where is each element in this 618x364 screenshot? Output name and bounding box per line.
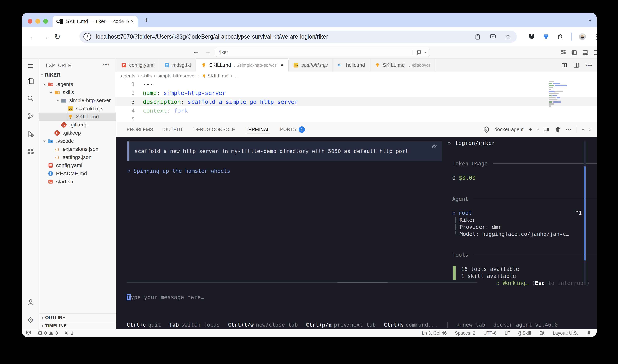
sidebar-section-timeline[interactable]: › TIMELINE [39, 322, 116, 330]
tab-close-icon[interactable]: × [131, 18, 134, 25]
tree-item--agents[interactable]: ›.agents [39, 80, 116, 88]
tree-item-config-yaml[interactable]: config.yaml [39, 161, 116, 169]
panel-tab-debug-console[interactable]: DEBUG CONSOLE [193, 124, 235, 135]
traffic-close-button[interactable] [28, 19, 32, 24]
indentation[interactable]: Spaces: 2 [455, 330, 475, 336]
install-app-icon[interactable] [489, 33, 496, 40]
terminal-view[interactable]: scaffold a new http server in my-little-… [116, 137, 597, 329]
maximize-panel-chevron-icon[interactable]: › [580, 129, 586, 130]
panel-tab-terminal[interactable]: TERMINAL [246, 124, 270, 135]
open-changes-icon[interactable] [561, 62, 567, 68]
back-button[interactable]: ← [29, 33, 36, 41]
editor-tab-skill-md[interactable]: SKILL.md…/simple-http-server× [196, 59, 289, 72]
editor-more-actions-icon[interactable]: ••• [586, 62, 592, 68]
kill-terminal-trash-icon[interactable] [555, 127, 561, 133]
tree-item-skill-md[interactable]: SKILL.md [39, 113, 116, 121]
command-center-search[interactable]: riker › [215, 48, 430, 57]
site-info-icon[interactable]: i [83, 33, 91, 40]
tree-item--gitkeep[interactable]: .gitkeep [39, 121, 116, 129]
tree-item-skills[interactable]: ›skills [39, 88, 116, 96]
profile-avatar[interactable] [579, 33, 586, 40]
menu-hamburger-icon[interactable] [27, 62, 35, 70]
customize-layout-icon[interactable] [560, 49, 567, 56]
reload-button[interactable]: ↻ [54, 32, 61, 41]
tree-item-settings-json[interactable]: {}settings.json [39, 153, 116, 161]
editor-tab-skill-md[interactable]: SKILL.md…/discover [370, 59, 435, 72]
search-icon[interactable] [27, 94, 35, 103]
breadcrumb-item[interactable]: SKILL.md [202, 73, 229, 79]
new-terminal-icon[interactable]: + [528, 126, 532, 133]
clipboard-icon[interactable] [474, 33, 481, 40]
workspace-root-row[interactable]: › RIKER [41, 72, 60, 78]
tab-overflow-chevron-icon[interactable]: › [587, 20, 594, 22]
code-line-2[interactable]: 2name: simple-http-server [116, 89, 597, 97]
remote-indicator-icon[interactable] [26, 330, 31, 336]
code-line-1[interactable]: 1--- [116, 80, 597, 89]
command-center-chevron-icon[interactable]: › [423, 52, 428, 53]
message-input[interactable]: Type your message here… [127, 294, 204, 300]
toggle-panel-icon[interactable] [582, 49, 589, 56]
terminal-scrollbar-thumb[interactable] [584, 166, 586, 260]
browser-menu-kebab-icon[interactable]: ⋮ [593, 33, 597, 40]
toggle-secondary-sidebar-icon[interactable] [593, 49, 597, 56]
tree-item-readme-md[interactable]: README.md [39, 169, 116, 178]
tree-item-scaffold-mjs[interactable]: JSscaffold.mjs [39, 104, 116, 113]
panel-more-actions-icon[interactable]: ••• [566, 127, 572, 132]
editor-tab-scaffold-mjs[interactable]: JSscaffold.mjs [288, 59, 333, 72]
cursor-position[interactable]: Ln 3, Col 46 [422, 330, 447, 336]
octoface-icon[interactable] [539, 330, 545, 336]
minimap[interactable] [549, 81, 589, 107]
toggle-primary-sidebar-icon[interactable] [571, 49, 578, 56]
editor-tab-hello-md[interactable]: M↓hello.md [333, 59, 370, 72]
notifications-bell-icon[interactable] [586, 330, 592, 336]
forward-button[interactable]: → [41, 33, 49, 41]
source-control-icon[interactable] [27, 112, 35, 120]
encoding[interactable]: UTF-8 [483, 330, 496, 336]
address-bar[interactable]: i localhost:7070/?folder=/Users/k33g/Cod… [79, 31, 517, 43]
run-debug-icon[interactable] [27, 130, 35, 138]
breadcrumb-item[interactable]: simple-http-server [158, 73, 196, 79]
bookmark-star-icon[interactable]: ☆ [504, 33, 512, 40]
account-icon[interactable] [27, 298, 35, 306]
ports-status[interactable]: 1 [64, 330, 73, 336]
editor-back-icon[interactable]: ← [193, 48, 200, 55]
split-terminal-icon[interactable] [544, 127, 550, 133]
settings-gear-icon[interactable]: ⚙ [27, 316, 35, 324]
editor-forward-icon[interactable]: → [204, 48, 211, 55]
tree-item--vscode[interactable]: ›.vscode [39, 137, 116, 145]
keyboard-layout[interactable]: Layout: U.S. [553, 330, 578, 336]
close-panel-icon[interactable]: × [588, 126, 592, 133]
browser-tab[interactable]: C SKILL.md — riker — code-ser × [53, 16, 137, 27]
editor-tab-mdsg-txt[interactable]: mdsg.txt [160, 59, 196, 72]
traffic-minimize-button[interactable] [35, 19, 40, 24]
traffic-zoom-button[interactable] [43, 19, 48, 24]
explorer-actions-icon[interactable]: ••• [102, 61, 110, 68]
tree-item--gitkeep[interactable]: .gitkeep [39, 129, 116, 137]
code-line-3[interactable]: 3description: scaffold a simple go http … [116, 97, 597, 106]
breadcrumb-item[interactable]: skills [141, 73, 151, 79]
panel-tab-problems[interactable]: PROBLEMS [127, 124, 153, 135]
tree-item-simple-http-server[interactable]: ›simple-http-server [39, 96, 116, 104]
panel-tab-output[interactable]: OUTPUT [164, 124, 183, 135]
chat-sparkle-icon[interactable] [416, 49, 423, 56]
editor-tab-config-yaml[interactable]: config.yaml [116, 59, 160, 72]
extensions-icon[interactable] [27, 147, 35, 156]
extensions-puzzle-icon[interactable] [557, 33, 564, 40]
sidebar-section-outline[interactable]: › OUTLINE [39, 313, 116, 322]
language-mode[interactable]: {} Skill [518, 330, 531, 336]
extension-gem-icon[interactable] [542, 33, 550, 40]
problems-status[interactable]: 0 0 [37, 330, 58, 336]
code-line-5[interactable]: 5 [116, 115, 597, 122]
tree-item-start-sh[interactable]: start.sh [39, 178, 116, 186]
breadcrumb-item[interactable]: … [234, 73, 239, 79]
tree-item-extensions-json[interactable]: {}extensions.json [39, 145, 116, 153]
code-editor[interactable]: 1---2name: simple-http-server3descriptio… [116, 80, 597, 122]
panel-tab-ports[interactable]: PORTS1 [280, 124, 305, 136]
split-editor-icon[interactable] [573, 62, 580, 68]
code-line-4[interactable]: 4context: fork [116, 106, 597, 115]
explorer-files-icon[interactable] [27, 77, 35, 85]
extension-modheader-icon[interactable] [528, 33, 535, 40]
terminal-dropdown-chevron-icon[interactable]: › [535, 129, 541, 130]
terminal-session-label[interactable]: docker-agent [494, 127, 524, 132]
tab-close-icon[interactable]: × [280, 62, 284, 68]
